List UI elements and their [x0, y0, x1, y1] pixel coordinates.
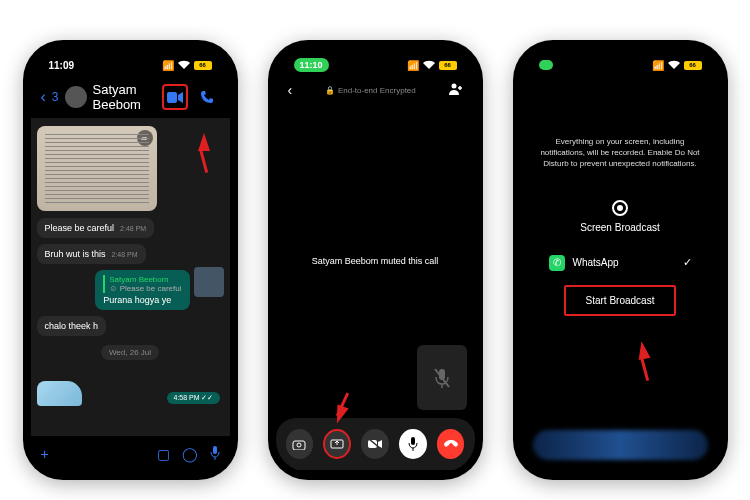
- bottom-blur: [533, 430, 708, 460]
- back-icon[interactable]: ‹: [288, 82, 293, 98]
- broadcast-title: Screen Broadcast: [537, 222, 704, 233]
- date-chip: Wed, 26 Jul: [101, 345, 159, 360]
- mute-button[interactable]: [399, 429, 427, 459]
- back-icon[interactable]: ‹: [41, 88, 46, 106]
- flip-camera-button[interactable]: [286, 429, 314, 459]
- chat-nav: ‹ 3 Satyam Beebom: [31, 76, 230, 118]
- message-in[interactable]: chalo theek h: [37, 316, 107, 336]
- encryption-label: 🔒 End-to-end Encrypted: [325, 86, 416, 95]
- end-call-button[interactable]: [437, 429, 465, 459]
- mute-status: Satyam Beebom muted this call: [312, 256, 439, 266]
- camera-icon[interactable]: ◯: [182, 446, 198, 462]
- svg-point-2: [451, 83, 456, 88]
- sent-time: 4:58 PM ✓✓: [167, 392, 219, 404]
- sticker-icon[interactable]: ▢: [157, 446, 170, 462]
- status-time: 11:09: [49, 60, 75, 71]
- self-view[interactable]: [417, 345, 467, 410]
- contact-name[interactable]: Satyam Beebom: [93, 82, 156, 112]
- call-header: ‹ 🔒 End-to-end Encrypted: [276, 76, 475, 104]
- video-call-button[interactable]: [162, 84, 188, 110]
- svg-rect-10: [411, 437, 415, 445]
- whatsapp-icon: ✆: [549, 255, 565, 271]
- voice-call-button[interactable]: [194, 84, 220, 110]
- broadcast-icon: [612, 200, 628, 216]
- svg-rect-5: [293, 441, 305, 450]
- recording-indicator: [539, 60, 553, 70]
- status-time: 11:10: [294, 58, 329, 72]
- avatar[interactable]: [65, 86, 87, 108]
- broadcast-panel: Everything on your screen, including not…: [521, 76, 720, 472]
- message-in[interactable]: Please be careful2:48 PM: [37, 218, 155, 238]
- battery-icon: 66: [194, 61, 212, 70]
- notch: [585, 46, 655, 66]
- plus-icon[interactable]: +: [41, 446, 49, 462]
- phone-broadcast: 📶 66 Everything on your screen, includin…: [513, 40, 728, 480]
- svg-rect-0: [167, 92, 177, 103]
- battery-icon: 66: [439, 61, 457, 70]
- check-icon: ✓: [683, 256, 692, 269]
- forward-icon[interactable]: ➦: [137, 130, 153, 146]
- app-row-whatsapp[interactable]: ✆ WhatsApp ✓: [537, 249, 704, 277]
- wifi-icon: [668, 60, 680, 71]
- notch: [95, 46, 165, 66]
- add-person-icon[interactable]: [449, 83, 463, 98]
- chat-body[interactable]: ➦ Please be careful2:48 PM Bruh wut is t…: [31, 118, 230, 442]
- svg-rect-1: [213, 446, 217, 454]
- sticker[interactable]: [37, 366, 87, 406]
- input-bar: + ▢ ◯: [31, 436, 230, 472]
- wifi-icon: [178, 60, 190, 71]
- battery-icon: 66: [684, 61, 702, 70]
- call-controls: [276, 418, 475, 470]
- image-message[interactable]: ➦: [37, 126, 157, 211]
- start-broadcast-button[interactable]: Start Broadcast: [564, 285, 677, 316]
- phone-chat: 11:09 📶 66 ‹ 3 Satyam Beebom ➦ Please be…: [23, 40, 238, 480]
- message-out[interactable]: Satyam Beebom☺ Please be careful Purana …: [95, 270, 189, 310]
- message-in[interactable]: Bruh wut is this2:48 PM: [37, 244, 146, 264]
- thumbnail[interactable]: [194, 267, 224, 297]
- call-body: Satyam Beebom muted this call: [276, 104, 475, 418]
- camera-off-button[interactable]: [361, 429, 389, 459]
- notch: [340, 46, 410, 66]
- mic-icon[interactable]: [210, 446, 220, 463]
- unread-count[interactable]: 3: [52, 90, 59, 104]
- svg-point-6: [297, 443, 301, 447]
- broadcast-info: Everything on your screen, including not…: [537, 136, 704, 170]
- wifi-icon: [423, 60, 435, 71]
- phone-call: 11:10 📶 66 ‹ 🔒 End-to-end Encrypted Saty…: [268, 40, 483, 480]
- screen-share-button[interactable]: [323, 429, 351, 459]
- app-name: WhatsApp: [573, 257, 675, 268]
